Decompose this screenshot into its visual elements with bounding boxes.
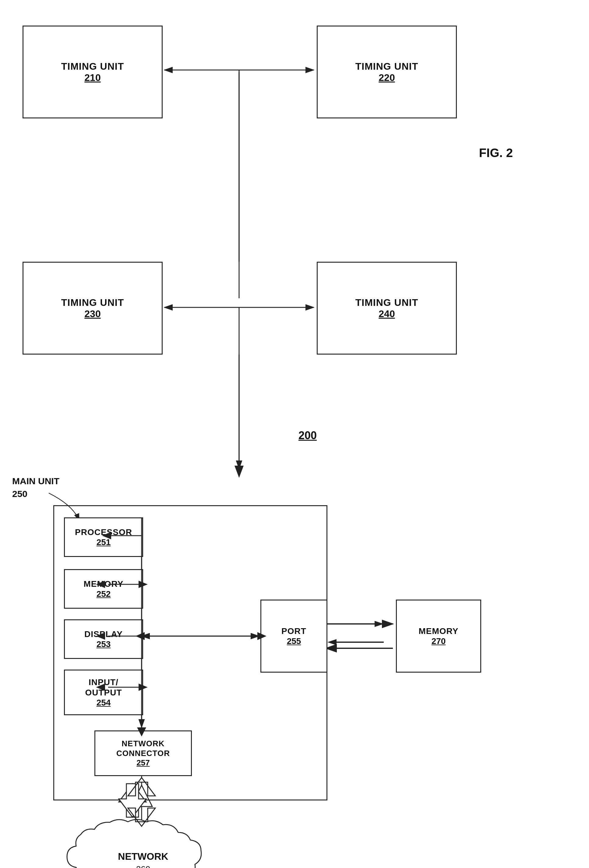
svg-marker-28: [119, 784, 146, 817]
memory-270-box: MEMORY 270: [396, 599, 481, 673]
display-num: 253: [96, 639, 111, 649]
display-label: DISPLAY: [84, 629, 123, 639]
processor-num: 251: [96, 537, 111, 547]
svg-text:NETWORK: NETWORK: [118, 851, 168, 862]
processor-box: PROCESSOR 251: [64, 517, 143, 557]
timing-unit-210-label: TIMING UNIT: [61, 61, 124, 72]
memory-270-label: MEMORY: [419, 626, 459, 636]
svg-text:260: 260: [136, 864, 151, 868]
memory-252-label: MEMORY: [84, 579, 124, 589]
network-connector-box: NETWORK CONNECTOR 257: [95, 731, 192, 776]
timing-unit-230-box: TIMING UNIT 230: [22, 262, 163, 354]
port-memory-arrows: [327, 606, 396, 667]
fig-label: FIG. 2: [479, 146, 513, 160]
svg-marker-24: [374, 621, 384, 627]
diagram-number: 200: [299, 429, 317, 442]
timing-unit-220-num: 220: [379, 72, 395, 83]
port-box: PORT 255: [260, 599, 327, 673]
timing-unit-210-num: 210: [84, 72, 101, 83]
input-output-label: INPUT/ OUTPUT: [85, 677, 122, 698]
timing-unit-240-label: TIMING UNIT: [355, 297, 419, 308]
timing-unit-240-box: TIMING UNIT 240: [317, 262, 457, 354]
processor-label: PROCESSOR: [75, 527, 132, 537]
timing-unit-220-box: TIMING UNIT 220: [317, 25, 457, 118]
port-num: 255: [287, 636, 301, 646]
network-connector-num: 257: [136, 758, 149, 768]
memory-252-num: 252: [96, 589, 111, 599]
diagram-container: TIMING UNIT 210 TIMING UNIT 220 TIMING U…: [0, 0, 589, 868]
input-output-num: 254: [96, 698, 111, 708]
timing-unit-230-label: TIMING UNIT: [61, 297, 124, 308]
port-label: PORT: [281, 626, 306, 636]
timing-unit-220-label: TIMING UNIT: [355, 61, 419, 72]
display-box: DISPLAY 253: [64, 619, 143, 659]
memory-252-box: MEMORY 252: [64, 569, 143, 609]
nc-network-arrows: [116, 778, 152, 820]
timing-unit-210-box: TIMING UNIT 210: [22, 25, 163, 118]
svg-marker-31: [234, 466, 244, 478]
timing-unit-240-num: 240: [379, 308, 395, 320]
input-output-box: INPUT/ OUTPUT 254: [64, 670, 143, 715]
memory-270-num: 270: [432, 636, 446, 646]
svg-marker-26: [327, 639, 336, 645]
network-connector-label: NETWORK CONNECTOR: [116, 739, 170, 758]
network-cloud: NETWORK 260: [61, 816, 225, 868]
timing-unit-230-num: 230: [84, 308, 101, 320]
